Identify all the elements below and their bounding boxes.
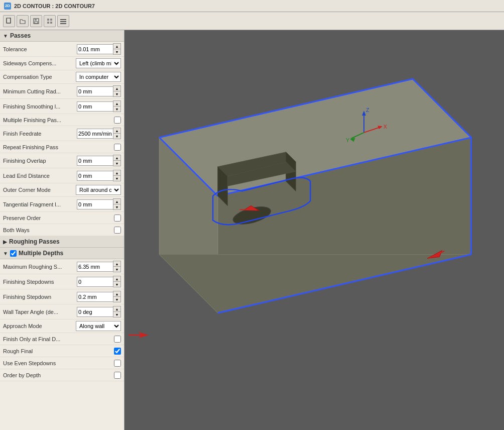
finishing-stepdown-group: ▲ ▼ bbox=[77, 291, 121, 302]
finishing-overlap-label: Finishing Overlap bbox=[3, 158, 77, 164]
max-roughing-down[interactable]: ▼ bbox=[113, 267, 120, 272]
finish-only-final-checkbox[interactable] bbox=[114, 336, 121, 343]
wall-taper-angle-spinner: ▲ ▼ bbox=[113, 306, 121, 317]
min-cutting-rad-input[interactable] bbox=[77, 86, 113, 96]
new-button[interactable] bbox=[3, 15, 15, 27]
preserve-order-row: Preserve Order bbox=[0, 212, 124, 224]
repeat-finishing-row: Repeat Finishing Pass bbox=[0, 141, 124, 153]
order-by-depth-row: Order by Depth bbox=[0, 369, 124, 381]
roughing-section-header[interactable]: ▶ Roughing Passes bbox=[0, 236, 124, 248]
3d-scene-svg: Z X Y bbox=[124, 30, 504, 430]
multiple-depths-enable-checkbox[interactable] bbox=[10, 250, 17, 257]
finishing-overlap-spinner: ▲ ▼ bbox=[113, 155, 121, 166]
passes-section-header[interactable]: ▼ Passes bbox=[0, 30, 124, 42]
finishing-stepdown-input[interactable] bbox=[77, 292, 113, 302]
svg-rect-0 bbox=[7, 18, 11, 23]
wall-taper-angle-down[interactable]: ▼ bbox=[113, 312, 120, 317]
finishing-smoothing-up[interactable]: ▲ bbox=[113, 101, 120, 106]
finishing-smoothing-input[interactable] bbox=[77, 101, 113, 112]
compensation-type-row: Compensation Type In computer In control bbox=[0, 70, 124, 84]
tangential-fragment-label: Tangential Fragment l... bbox=[3, 201, 77, 207]
use-even-stepdowns-checkbox[interactable] bbox=[114, 360, 121, 367]
lead-end-distance-row: Lead End Distance ▲ ▼ bbox=[0, 168, 124, 183]
toolbar bbox=[0, 12, 504, 30]
both-ways-label: Both Ways bbox=[3, 227, 114, 233]
use-even-stepdowns-label: Use Even Stepdowns bbox=[3, 360, 114, 366]
tolerance-up[interactable]: ▲ bbox=[113, 44, 120, 49]
finishing-overlap-up[interactable]: ▲ bbox=[113, 155, 120, 160]
outer-corner-mode-select[interactable]: Roll around corn... Sharp Loop bbox=[76, 185, 121, 195]
approach-mode-select[interactable]: Along wall Plunge Ramp bbox=[76, 321, 121, 331]
svg-text:Z: Z bbox=[366, 107, 369, 113]
wall-taper-angle-up[interactable]: ▲ bbox=[113, 306, 120, 311]
multiple-finishing-checkbox[interactable] bbox=[114, 117, 121, 124]
sideways-comp-row: Sideways Compens... Left (climb milling)… bbox=[0, 57, 124, 70]
preserve-order-label: Preserve Order bbox=[3, 215, 114, 221]
finishing-stepdowns-row: Finishing Stepdowns ▲ ▼ bbox=[0, 274, 124, 289]
lead-end-distance-up[interactable]: ▲ bbox=[113, 170, 120, 175]
finishing-smoothing-row: Finishing Smoothing l... ▲ ▼ bbox=[0, 99, 124, 114]
sideways-comp-select[interactable]: Left (climb milling) Right Center bbox=[76, 58, 121, 68]
finishing-stepdowns-label: Finishing Stepdowns bbox=[3, 279, 77, 285]
finish-feedrate-spinner: ▲ ▼ bbox=[113, 128, 121, 139]
max-roughing-row: Maximum Roughing S... ▲ ▼ bbox=[0, 259, 124, 274]
finish-feedrate-input[interactable] bbox=[77, 129, 113, 139]
finishing-smoothing-down[interactable]: ▼ bbox=[113, 106, 120, 112]
finish-feedrate-down[interactable]: ▼ bbox=[113, 134, 120, 139]
tangential-fragment-spinner: ▲ ▼ bbox=[113, 198, 121, 210]
tolerance-down[interactable]: ▼ bbox=[113, 49, 120, 54]
roughing-arrow: ▶ bbox=[3, 239, 7, 245]
lead-end-distance-label: Lead End Distance bbox=[3, 173, 77, 179]
finishing-stepdown-label: Finishing Stepdown bbox=[3, 294, 77, 300]
wall-taper-angle-label: Wall Taper Angle (de... bbox=[3, 309, 77, 315]
open-button[interactable] bbox=[17, 15, 29, 27]
lead-end-distance-down[interactable]: ▼ bbox=[113, 176, 120, 181]
min-cutting-rad-up[interactable]: ▲ bbox=[113, 86, 120, 91]
settings-button[interactable] bbox=[57, 15, 69, 27]
finishing-overlap-input[interactable] bbox=[77, 156, 113, 166]
finish-feedrate-up[interactable]: ▲ bbox=[113, 128, 120, 133]
finishing-overlap-row: Finishing Overlap ▲ ▼ bbox=[0, 153, 124, 168]
preserve-order-checkbox[interactable] bbox=[114, 214, 121, 222]
tangential-fragment-input[interactable] bbox=[77, 199, 113, 209]
finishing-smoothing-group: ▲ ▼ bbox=[77, 100, 121, 112]
roughing-label: Roughing Passes bbox=[9, 238, 60, 245]
svg-rect-8 bbox=[60, 19, 66, 20]
multiple-finishing-row: Multiple Finishing Pas... bbox=[0, 114, 124, 126]
tangential-fragment-down[interactable]: ▼ bbox=[113, 204, 120, 209]
tangential-fragment-row: Tangential Fragment l... ▲ ▼ bbox=[0, 197, 124, 212]
title-bar: 2D 2D CONTOUR : 2D CONTOUR7 bbox=[0, 0, 504, 12]
wall-taper-angle-input[interactable] bbox=[77, 307, 113, 317]
repeat-finishing-label: Repeat Finishing Pass bbox=[3, 144, 114, 150]
grid-button[interactable] bbox=[44, 15, 56, 27]
approach-mode-row: Approach Mode Along wall Plunge Ramp bbox=[0, 319, 124, 333]
finishing-stepdowns-down[interactable]: ▼ bbox=[113, 282, 120, 287]
use-even-stepdowns-row: Use Even Stepdowns bbox=[0, 357, 124, 369]
finishing-stepdowns-up[interactable]: ▲ bbox=[113, 276, 120, 281]
tolerance-input[interactable] bbox=[77, 44, 113, 54]
viewport-3d[interactable]: Z X Y bbox=[124, 30, 504, 430]
left-panel: ▼ Passes Tolerance ▲ ▼ Sideways Compens.… bbox=[0, 30, 124, 430]
repeat-finishing-checkbox[interactable] bbox=[114, 144, 121, 151]
save-button[interactable] bbox=[30, 15, 42, 27]
finishing-stepdown-row: Finishing Stepdown ▲ ▼ bbox=[0, 289, 124, 304]
tolerance-spinner: ▲ ▼ bbox=[113, 43, 121, 55]
lead-end-distance-input[interactable] bbox=[77, 171, 113, 181]
max-roughing-up[interactable]: ▲ bbox=[113, 261, 120, 266]
approach-mode-label: Approach Mode bbox=[3, 323, 76, 329]
tangential-fragment-up[interactable]: ▲ bbox=[113, 199, 120, 204]
both-ways-checkbox[interactable] bbox=[114, 227, 121, 234]
compensation-type-select[interactable]: In computer In control bbox=[76, 72, 121, 82]
min-cutting-rad-down[interactable]: ▼ bbox=[113, 91, 120, 96]
max-roughing-spinner: ▲ ▼ bbox=[113, 261, 121, 272]
finishing-stepdowns-input[interactable] bbox=[77, 277, 113, 287]
order-by-depth-checkbox[interactable] bbox=[114, 372, 121, 379]
finishing-stepdown-down[interactable]: ▼ bbox=[113, 297, 120, 302]
finishing-overlap-down[interactable]: ▼ bbox=[113, 161, 120, 166]
multiple-depths-section-header[interactable]: ▼ Multiple Depths bbox=[0, 248, 124, 259]
min-cutting-rad-label: Minimum Cutting Rad... bbox=[3, 88, 77, 94]
rough-final-label: Rough Final bbox=[3, 348, 114, 354]
max-roughing-input[interactable] bbox=[77, 262, 113, 272]
finishing-stepdown-up[interactable]: ▲ bbox=[113, 291, 120, 296]
rough-final-checkbox[interactable] bbox=[114, 348, 121, 355]
